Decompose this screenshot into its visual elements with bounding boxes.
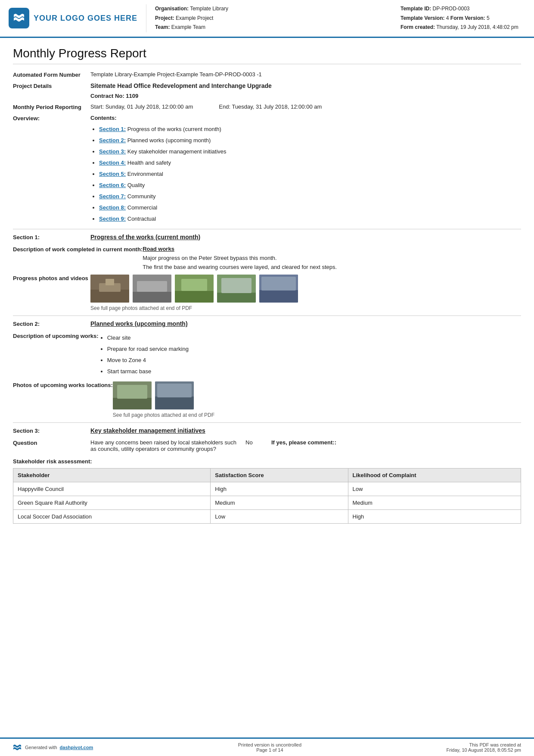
period-end: End: Tuesday, 31 July 2018, 12:00:00 am <box>219 103 322 110</box>
svg-rect-15 <box>261 277 296 291</box>
upcoming-works-label: Description of upcoming works: <box>13 332 99 339</box>
contract-value: 1109 <box>126 93 138 99</box>
team-value: Example Team <box>171 24 205 30</box>
photo-thumb-5 <box>259 275 298 303</box>
footer-logo-icon <box>13 744 22 751</box>
contents-section-text: Community <box>126 193 155 200</box>
contents-section-text: Environmental <box>126 171 163 177</box>
form-created-value: Thursday, 19 July 2018, 4:48:02 pm <box>436 24 518 30</box>
contents-section-text: Progress of the works (current month) <box>126 126 221 132</box>
contents-section-text: Commercial <box>126 204 157 211</box>
upcoming-list-item: Move to Zone 4 <box>107 355 521 366</box>
photo-thumb-4 <box>217 275 256 303</box>
table-cell: Low <box>211 509 348 523</box>
svg-rect-20 <box>155 397 194 409</box>
table-cell: High <box>211 482 348 496</box>
page: YOUR LOGO GOES HERE Organisation: Templa… <box>0 0 534 756</box>
monthly-period-value: Start: Sunday, 01 July 2018, 12:00:00 am… <box>90 103 521 110</box>
contents-section-link[interactable]: Section 5: <box>99 171 126 177</box>
desc-work-value: Road works Major progress on the Peter S… <box>143 246 521 270</box>
project-value: Example Project <box>176 15 213 21</box>
question-value: Have any concerns been raised by local s… <box>90 439 521 452</box>
contents-list-item: Section 1: Progress of the works (curren… <box>99 124 521 135</box>
contents-section-link[interactable]: Section 8: <box>99 204 126 211</box>
section2-title: Planned works (upcoming month) <box>90 320 521 327</box>
photo-thumb-2 <box>133 275 171 303</box>
desc-work-subtitle: Road works <box>143 246 521 252</box>
contents-section-link[interactable]: Section 2: <box>99 137 126 144</box>
upcoming-list-item: Start tarmac base <box>107 366 521 377</box>
svg-rect-11 <box>217 293 256 303</box>
question-label: Question <box>13 439 90 446</box>
question-text: Have any concerns been raised by local s… <box>90 439 237 452</box>
section2-label: Section 2: <box>13 320 90 327</box>
logo-area: YOUR LOGO GOES HERE <box>9 4 146 32</box>
footer-pdf-created-text: This PDF was created at <box>447 742 521 747</box>
contents-list-item: Section 5: Environmental <box>99 169 521 180</box>
upcoming-list-item: Clear site <box>107 332 521 344</box>
header-meta-right: Template ID: DP-PROD-0003 Template Versi… <box>400 4 521 32</box>
contents-section-link[interactable]: Section 3: <box>99 148 126 155</box>
upcoming-works-row: Description of upcoming works: Clear sit… <box>13 332 521 377</box>
contents-section-link[interactable]: Section 9: <box>99 216 126 222</box>
table-row: Green Square Rail AuthorityMediumMedium <box>13 496 521 509</box>
photo-grid <box>90 275 521 303</box>
progress-photos-label: Progress photos and videos <box>13 275 90 281</box>
header-meta-left: Organisation: Template Library Project: … <box>155 4 400 32</box>
org-label: Organisation: <box>155 6 189 12</box>
footer: Generated with dashpivot.com Printed ver… <box>0 737 534 756</box>
question-content: Have any concerns been raised by local s… <box>90 439 521 452</box>
photos-caption: See full page photos attached at end of … <box>90 305 521 311</box>
svg-rect-8 <box>175 291 214 303</box>
desc-work-text2: The first the base and wearing courses w… <box>143 264 521 270</box>
monthly-period-label: Monthly Period Reporting <box>13 103 90 110</box>
upcoming-photos-caption: See full page photos attached at end of … <box>113 412 521 418</box>
contract-label: Contract No: <box>90 93 124 99</box>
contents-section-text: Contractual <box>126 216 156 222</box>
template-version-value: 4 <box>446 15 449 21</box>
question-comment-label: If yes, please comment:: <box>271 439 521 446</box>
footer-pdf-created-date: Friday, 10 August 2018, 8:05:52 pm <box>447 747 521 753</box>
svg-rect-6 <box>137 281 167 292</box>
contents-section-link[interactable]: Section 7: <box>99 193 126 200</box>
table-header-cell: Likelihood of Complaint <box>348 468 521 482</box>
contents-list: Section 1: Progress of the works (curren… <box>90 124 521 225</box>
template-id-value: DP-PROD-0003 <box>432 6 469 12</box>
report-title: Monthly Progress Report <box>13 47 521 64</box>
contents-section-text: Health and safety <box>126 159 171 166</box>
svg-rect-17 <box>113 398 152 409</box>
contents-section-link[interactable]: Section 1: <box>99 126 126 132</box>
contents-list-item: Section 3: Key stakeholder management in… <box>99 146 521 157</box>
form-version-label: Form Version: <box>450 15 485 21</box>
question-answer: No <box>237 439 271 446</box>
contents-section-link[interactable]: Section 4: <box>99 159 126 166</box>
contents-section-text: Planned works (upcoming month) <box>126 137 211 144</box>
svg-rect-9 <box>181 279 207 291</box>
main-content: Monthly Progress Report Automated Form N… <box>0 38 534 737</box>
section3-row: Section 3: Key stakeholder management in… <box>13 427 521 434</box>
photo-thumb-1 <box>90 275 129 303</box>
template-id-label: Template ID: <box>400 6 431 12</box>
form-version-value: 5 <box>487 15 490 21</box>
contents-list-item: Section 6: Quality <box>99 180 521 191</box>
footer-printed-text: Printed version is uncontrolled <box>238 742 301 747</box>
overview-row: Overview: Contents: Section 1: Progress … <box>13 115 521 225</box>
template-version-label: Template Version: <box>400 15 444 21</box>
progress-photos-value: See full page photos attached at end of … <box>90 275 521 311</box>
footer-brand-link[interactable]: dashpivot.com <box>60 745 93 750</box>
project-details-value: Sitemate Head Office Redevelopment and I… <box>90 82 521 99</box>
automated-form-label: Automated Form Number <box>13 71 90 78</box>
stakeholder-table: StakeholderSatisfaction ScoreLikelihood … <box>13 468 521 524</box>
period-start: Start: Sunday, 01 July 2018, 12:00:00 am <box>90 103 193 110</box>
table-row: Happyville CouncilHighLow <box>13 482 521 496</box>
table-cell: Local Soccer Dad Association <box>13 509 211 523</box>
svg-rect-12 <box>221 278 251 293</box>
header: YOUR LOGO GOES HERE Organisation: Templa… <box>0 0 534 38</box>
contents-list-item: Section 9: Contractual <box>99 213 521 225</box>
contents-section-link[interactable]: Section 6: <box>99 182 126 188</box>
footer-page-text: Page 1 of 14 <box>238 747 301 753</box>
section1-title: Progress of the works (current month) <box>90 234 521 241</box>
contents-label: Contents: <box>90 115 521 121</box>
table-cell: Happyville Council <box>13 482 211 496</box>
project-details-text: Sitemate Head Office Redevelopment and I… <box>90 82 521 89</box>
